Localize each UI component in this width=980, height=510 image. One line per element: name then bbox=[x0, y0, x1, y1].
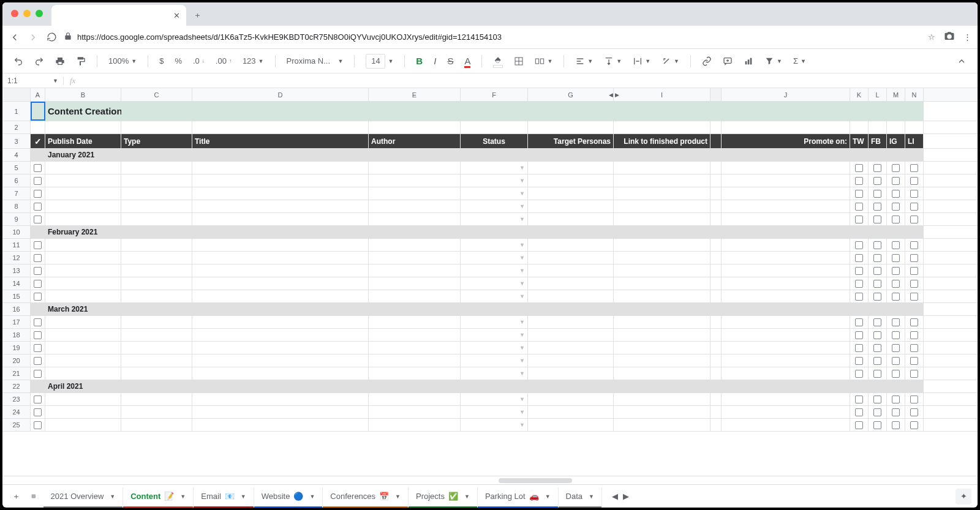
cell[interactable] bbox=[722, 290, 850, 302]
checkbox[interactable] bbox=[892, 396, 900, 403]
checkbox[interactable] bbox=[892, 370, 900, 378]
dropdown-icon[interactable]: ▼ bbox=[519, 255, 525, 261]
cell-li[interactable] bbox=[905, 162, 924, 174]
cell[interactable] bbox=[614, 162, 710, 174]
increase-decimal-button[interactable]: .00↑ bbox=[212, 54, 235, 68]
cell-ig[interactable] bbox=[887, 406, 905, 418]
checkbox[interactable] bbox=[34, 216, 42, 223]
cell-tw[interactable] bbox=[850, 290, 869, 302]
checkbox[interactable] bbox=[873, 203, 881, 211]
cell-fb[interactable] bbox=[869, 367, 887, 380]
cell[interactable] bbox=[369, 303, 461, 315]
cell[interactable] bbox=[121, 354, 192, 367]
cell-fb[interactable] bbox=[869, 354, 887, 367]
checkbox[interactable] bbox=[873, 357, 881, 365]
sheet-tab-parking lot[interactable]: Parking Lot 🚗 ▼ bbox=[478, 487, 559, 506]
cell-status[interactable]: ▼ bbox=[461, 290, 528, 302]
checkbox[interactable] bbox=[34, 396, 42, 403]
cell-tw[interactable] bbox=[850, 264, 869, 277]
checkbox[interactable] bbox=[892, 241, 900, 249]
row-header-20[interactable]: 20 bbox=[2, 354, 31, 367]
checkbox[interactable] bbox=[910, 190, 918, 198]
insert-chart-button[interactable] bbox=[740, 54, 757, 69]
cell-checkbox[interactable] bbox=[31, 200, 45, 212]
cell[interactable] bbox=[369, 277, 461, 290]
cell[interactable] bbox=[192, 200, 369, 212]
cell-tw[interactable] bbox=[850, 393, 869, 405]
cell[interactable] bbox=[45, 316, 121, 328]
cell-fb[interactable] bbox=[869, 406, 887, 418]
text-color-button[interactable]: A bbox=[461, 53, 474, 69]
checkbox[interactable] bbox=[855, 318, 863, 326]
cell[interactable] bbox=[45, 419, 121, 431]
cell[interactable] bbox=[614, 252, 710, 264]
forward-button[interactable] bbox=[27, 31, 39, 43]
cell[interactable] bbox=[45, 162, 121, 174]
cell[interactable] bbox=[722, 200, 850, 212]
cell-status[interactable]: ▼ bbox=[461, 277, 528, 290]
cell-N1[interactable] bbox=[905, 102, 924, 121]
cell-li[interactable] bbox=[905, 187, 924, 200]
filter-button[interactable]: ▼ bbox=[761, 54, 786, 69]
row-header-12[interactable]: 12 bbox=[2, 252, 31, 264]
checkbox[interactable] bbox=[892, 293, 900, 301]
checkbox[interactable] bbox=[855, 280, 863, 288]
cell[interactable] bbox=[192, 264, 369, 277]
row-header-4[interactable]: 4 bbox=[2, 149, 31, 161]
cell-F1[interactable] bbox=[461, 102, 528, 121]
cell[interactable] bbox=[121, 226, 192, 238]
checkbox[interactable] bbox=[855, 254, 863, 262]
cell[interactable] bbox=[722, 367, 850, 380]
cell-tw[interactable] bbox=[850, 329, 869, 341]
cell[interactable] bbox=[369, 316, 461, 328]
sheet-tab-data[interactable]: Data ▼ bbox=[559, 487, 602, 506]
col-header-I[interactable]: I bbox=[614, 88, 710, 101]
sheet-tab-conferences[interactable]: Conferences 📅 ▼ bbox=[323, 487, 409, 506]
cell-ig[interactable] bbox=[887, 329, 905, 341]
cell[interactable] bbox=[528, 121, 614, 133]
cell[interactable] bbox=[45, 367, 121, 380]
cell-status[interactable]: ▼ bbox=[461, 174, 528, 187]
cell-li[interactable] bbox=[905, 354, 924, 367]
cell[interactable] bbox=[528, 393, 614, 405]
checkbox[interactable] bbox=[34, 408, 42, 416]
col-header-K[interactable]: K bbox=[850, 88, 869, 101]
cell-li[interactable] bbox=[905, 200, 924, 212]
cell-fb[interactable] bbox=[869, 342, 887, 354]
dropdown-icon[interactable]: ▼ bbox=[519, 216, 525, 222]
cell[interactable] bbox=[722, 406, 850, 418]
cell[interactable] bbox=[905, 303, 924, 315]
dropdown-icon[interactable]: ▼ bbox=[519, 358, 525, 364]
cell[interactable] bbox=[369, 290, 461, 302]
borders-button[interactable] bbox=[510, 54, 527, 69]
dropdown-icon[interactable]: ▼ bbox=[519, 396, 525, 402]
row-header-18[interactable]: 18 bbox=[2, 329, 31, 341]
checkbox[interactable] bbox=[855, 408, 863, 416]
cell[interactable] bbox=[614, 200, 710, 212]
checkbox[interactable] bbox=[892, 318, 900, 326]
cell[interactable] bbox=[121, 264, 192, 277]
cell[interactable] bbox=[369, 406, 461, 418]
cell[interactable] bbox=[850, 380, 869, 392]
checkbox[interactable] bbox=[855, 267, 863, 275]
sheet-tab-email[interactable]: Email 📧 ▼ bbox=[194, 487, 254, 506]
checkbox[interactable] bbox=[910, 177, 918, 185]
cell-fb[interactable] bbox=[869, 419, 887, 431]
col-header-E[interactable]: E bbox=[369, 88, 461, 101]
cell[interactable] bbox=[887, 303, 905, 315]
cell[interactable] bbox=[121, 380, 192, 392]
cell-E1[interactable] bbox=[369, 102, 461, 121]
cell-fb[interactable] bbox=[869, 213, 887, 225]
cell[interactable] bbox=[192, 354, 369, 367]
col-header-L[interactable]: L bbox=[869, 88, 887, 101]
format-currency-button[interactable]: $ bbox=[156, 54, 167, 68]
col-header-A[interactable]: A bbox=[31, 88, 45, 101]
cell-checkbox[interactable] bbox=[31, 121, 45, 133]
sheet-tab-projects[interactable]: Projects ✅ ▼ bbox=[409, 487, 478, 506]
tab-scroll-right[interactable]: ▶ bbox=[623, 492, 629, 501]
cell[interactable] bbox=[369, 149, 461, 161]
cell-status[interactable]: ▼ bbox=[461, 264, 528, 277]
cell-status[interactable]: ▼ bbox=[461, 187, 528, 200]
cell-status[interactable]: ▼ bbox=[461, 342, 528, 354]
cell[interactable] bbox=[369, 419, 461, 431]
